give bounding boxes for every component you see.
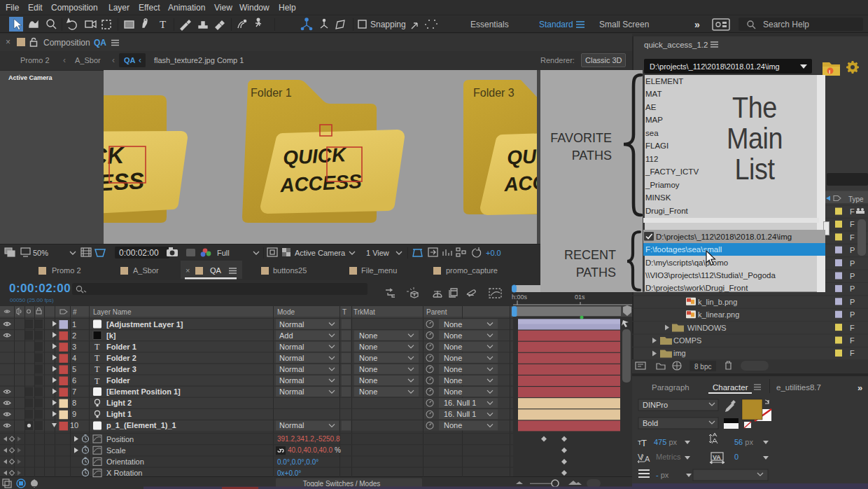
- svg-text:0x+0.0°: 0x+0.0°: [277, 469, 301, 477]
- svg-text:P: P: [850, 272, 855, 280]
- svg-text:391.2,341.2,-5250.8: 391.2,341.2,-5250.8: [277, 435, 340, 443]
- svg-text:Folder 1: Folder 1: [106, 343, 136, 351]
- svg-text:img: img: [673, 349, 686, 357]
- svg-text:VA: VA: [713, 454, 721, 461]
- svg-text:T: T: [342, 308, 346, 316]
- svg-text:F: F: [850, 324, 855, 332]
- svg-text:50%: 50%: [33, 249, 48, 257]
- svg-text:None: None: [444, 365, 462, 373]
- svg-text:Metrics: Metrics: [656, 453, 681, 461]
- svg-text:Normal: Normal: [279, 365, 304, 373]
- svg-text:Scale: Scale: [106, 446, 126, 455]
- svg-text:e_utilities8.7: e_utilities8.7: [776, 383, 821, 392]
- svg-text:T: T: [160, 19, 166, 30]
- svg-text:Active Camera: Active Camera: [295, 249, 346, 257]
- svg-text:A_Sbor: A_Sbor: [133, 266, 159, 275]
- svg-text:Mode: Mode: [277, 308, 295, 316]
- svg-text:None: None: [359, 354, 377, 362]
- svg-text:k_lin_b.png: k_lin_b.png: [698, 298, 737, 306]
- svg-text:0.0°,0.0°,0.0°: 0.0°,0.0°,0.0°: [277, 458, 318, 466]
- svg-text:5: 5: [72, 365, 76, 373]
- svg-text:p_1_(Element_1)_1: p_1_(Element_1)_1: [106, 421, 176, 429]
- svg-text:T: T: [641, 438, 647, 448]
- svg-text:- px: - px: [656, 471, 669, 479]
- svg-text:»: »: [694, 19, 700, 30]
- svg-text:»: »: [858, 383, 862, 393]
- svg-text:None: None: [359, 343, 377, 351]
- svg-text:0:00:02:00: 0:00:02:00: [9, 282, 71, 295]
- svg-text:00050 (25.00 fps): 00050 (25.00 fps): [10, 297, 54, 303]
- svg-text:Essentials: Essentials: [470, 20, 509, 29]
- svg-text:1: 1: [72, 320, 76, 329]
- svg-text:Folder 2: Folder 2: [106, 354, 136, 362]
- svg-text:COMPS: COMPS: [673, 336, 701, 345]
- svg-text:Promo 2: Promo 2: [52, 266, 81, 275]
- svg-text:Full: Full: [217, 249, 230, 257]
- svg-text:None: None: [444, 387, 462, 396]
- svg-text:k_linear.png: k_linear.png: [698, 310, 739, 319]
- svg-text:10: 10: [70, 421, 78, 429]
- svg-text:1 View: 1 View: [366, 249, 389, 257]
- svg-text:4: 4: [72, 354, 76, 362]
- svg-text:Orientation: Orientation: [106, 457, 144, 466]
- svg-text:promo_capture: promo_capture: [446, 266, 498, 275]
- svg-text:F: F: [850, 207, 855, 216]
- svg-text:16. Null 1: 16. Null 1: [444, 399, 476, 407]
- svg-text:P: P: [850, 284, 855, 293]
- svg-text:Light 1: Light 1: [106, 410, 132, 418]
- svg-text:P: P: [850, 259, 855, 268]
- svg-text:Normal: Normal: [279, 354, 304, 362]
- svg-text:T: T: [94, 342, 100, 352]
- svg-text:56 px: 56 px: [734, 438, 753, 446]
- svg-text:3: 3: [72, 343, 76, 351]
- svg-text:40.0,40.0,40.0: 40.0,40.0,40.0: [288, 446, 332, 454]
- svg-text:Layer Name: Layer Name: [93, 308, 132, 316]
- svg-text:01s: 01s: [575, 294, 585, 301]
- svg-text:None: None: [444, 343, 462, 351]
- svg-text:X Rotation: X Rotation: [106, 469, 142, 477]
- svg-text:Paragraph: Paragraph: [652, 383, 690, 392]
- svg-text:Snapping: Snapping: [370, 20, 406, 29]
- svg-text:P: P: [850, 310, 855, 319]
- svg-text:Character: Character: [713, 383, 748, 392]
- svg-text:T: T: [94, 353, 100, 363]
- svg-text:buttons25: buttons25: [273, 266, 307, 275]
- svg-text:ACCESS: ACCESS: [503, 170, 586, 195]
- svg-text:0: 0: [734, 453, 738, 461]
- svg-text:None: None: [444, 376, 462, 385]
- svg-text:None: None: [359, 387, 377, 396]
- svg-text:D:\projects\_112\2018\2018.01.: D:\projects\_112\2018\2018.01.24\img: [650, 62, 780, 71]
- svg-text:P: P: [850, 298, 855, 306]
- svg-text:Bold: Bold: [643, 419, 658, 427]
- svg-text:Search Help: Search Help: [763, 20, 809, 29]
- svg-text:×: ×: [186, 266, 190, 275]
- svg-text:Normal: Normal: [279, 343, 304, 351]
- svg-text:None: None: [444, 320, 462, 329]
- svg-text:T: T: [94, 376, 100, 386]
- svg-text:Position: Position: [106, 435, 134, 443]
- svg-text:Parent: Parent: [426, 308, 447, 316]
- svg-text:Normal: Normal: [279, 421, 304, 429]
- svg-text:Normal: Normal: [279, 376, 304, 385]
- svg-text:i: i: [829, 69, 830, 74]
- svg-text:Folder 1: Folder 1: [251, 87, 292, 99]
- svg-text:File_menu: File_menu: [361, 266, 397, 275]
- svg-text:h:00s: h:00s: [512, 294, 528, 301]
- svg-text:Folder 3: Folder 3: [106, 365, 136, 373]
- svg-text:P: P: [850, 246, 855, 254]
- svg-text:None: None: [359, 376, 377, 385]
- svg-text:T: T: [94, 364, 100, 374]
- svg-text:None: None: [359, 365, 377, 373]
- svg-text:None: None: [444, 421, 462, 429]
- svg-text:Folder 3: Folder 3: [473, 87, 514, 99]
- svg-text:%: %: [335, 446, 341, 454]
- svg-text:WINDOWS: WINDOWS: [687, 324, 727, 332]
- svg-text:Normal: Normal: [279, 320, 304, 329]
- svg-text:16. Null 1: 16. Null 1: [444, 410, 476, 418]
- svg-text:[k]: [k]: [106, 331, 116, 340]
- svg-text:8: 8: [72, 399, 76, 407]
- svg-text:9: 9: [72, 410, 76, 418]
- svg-text:F: F: [850, 220, 855, 228]
- svg-text:None: None: [359, 331, 377, 340]
- svg-text:TrkMat: TrkMat: [354, 308, 375, 316]
